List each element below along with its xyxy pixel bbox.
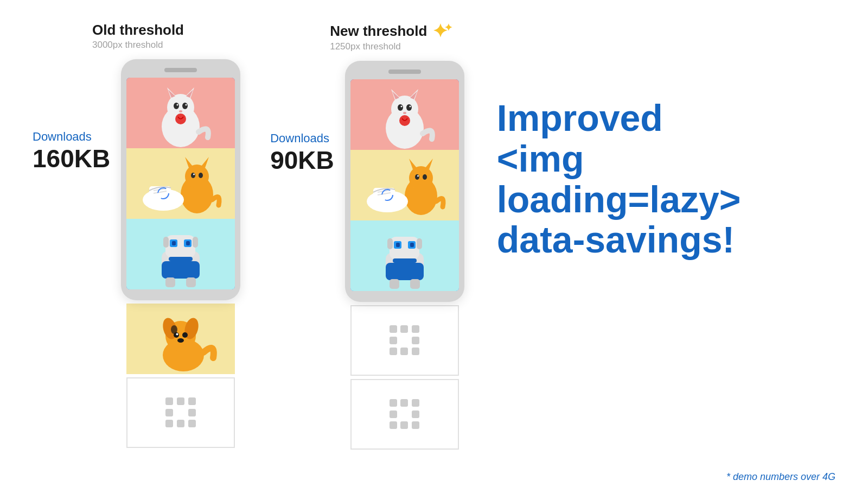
svg-point-7 (182, 103, 188, 109)
yellow-dog-illustration (126, 304, 235, 374)
svg-marker-14 (185, 157, 193, 168)
left-downloads-label: Downloads (33, 130, 92, 144)
right-phone-screen (350, 79, 459, 291)
left-title-text: Old threshold (92, 22, 184, 39)
left-header: Old threshold 3000px threshold (92, 22, 240, 50)
svg-point-62 (423, 174, 427, 180)
svg-rect-33 (162, 261, 200, 279)
headline-line3: data-savings! (497, 219, 735, 260)
svg-point-63 (417, 175, 419, 177)
sparkle-icon: ✦✦ (432, 22, 452, 40)
orange-cat-shoe-illustration (126, 148, 235, 219)
left-phone-column (121, 59, 240, 448)
phone-notch-left (164, 68, 197, 72)
svg-point-13 (185, 165, 209, 188)
svg-marker-4 (168, 90, 175, 98)
right-loading-placeholder-2 (350, 379, 459, 450)
svg-point-41 (182, 332, 188, 338)
svg-point-58 (409, 166, 433, 190)
svg-rect-75 (396, 243, 400, 247)
spinner-right-2 (390, 399, 420, 429)
right-below-images (350, 305, 459, 450)
improved-headline: Improved <img loading=lazy> data-savings… (497, 98, 833, 260)
right-phone-section: New threshold ✦✦ 1250px threshold Downlo… (270, 22, 464, 450)
svg-rect-26 (163, 237, 169, 248)
svg-rect-35 (186, 277, 196, 287)
right-loading-placeholder-1 (350, 305, 459, 376)
left-below-images (126, 304, 235, 448)
svg-rect-31 (186, 241, 190, 245)
orange-cat-shoe-illustration-2 (350, 150, 459, 220)
left-phone-and-downloads: Downloads 160KB (33, 59, 240, 448)
svg-point-52 (406, 104, 412, 111)
svg-point-6 (174, 103, 179, 109)
right-phone-and-downloads: Downloads 90KB (270, 61, 464, 450)
right-downloads-info: Downloads 90KB (270, 131, 334, 173)
svg-rect-34 (165, 277, 175, 287)
svg-point-16 (191, 173, 195, 178)
headline-line2: <img loading=lazy> (497, 138, 741, 220)
left-robot-dog-tile (126, 219, 235, 289)
left-loading-placeholder (126, 377, 235, 448)
left-phone-section: Old threshold 3000px threshold Downloads… (33, 22, 240, 448)
svg-rect-80 (410, 279, 420, 289)
left-cat-tile (126, 78, 235, 148)
svg-rect-72 (417, 238, 422, 249)
left-downloads-info: Downloads 160KB (33, 130, 110, 171)
right-phone-column (345, 61, 464, 450)
right-cat-tile (350, 79, 459, 150)
right-downloads-size: 90KB (270, 148, 334, 173)
svg-point-10 (179, 110, 182, 112)
svg-point-55 (403, 112, 406, 114)
right-threshold-title: New threshold ✦✦ (330, 22, 452, 40)
svg-point-9 (186, 104, 187, 106)
svg-point-53 (400, 106, 402, 108)
svg-marker-5 (186, 90, 193, 98)
svg-rect-79 (390, 279, 399, 289)
robot-dog-illustration (126, 219, 235, 289)
headline-line1: Improved (497, 97, 663, 138)
svg-marker-49 (392, 91, 399, 99)
left-phone-screen (126, 78, 235, 289)
svg-point-8 (177, 104, 178, 106)
right-robot-dog-tile (350, 220, 459, 291)
svg-marker-60 (425, 159, 433, 169)
svg-rect-78 (386, 263, 424, 280)
left-threshold-info: Old threshold 3000px threshold (92, 22, 184, 50)
svg-point-61 (415, 174, 419, 180)
svg-point-43 (177, 338, 184, 343)
page-container: Old threshold 3000px threshold Downloads… (0, 0, 868, 499)
svg-point-42 (176, 333, 178, 336)
svg-marker-50 (410, 91, 417, 99)
svg-rect-32 (169, 257, 193, 261)
cat-illustration (126, 78, 235, 148)
svg-rect-27 (193, 237, 198, 248)
left-shoe-tile (126, 148, 235, 219)
spinner-left (165, 397, 196, 428)
right-title-text: New threshold (330, 23, 427, 40)
svg-marker-59 (409, 159, 417, 169)
right-subtitle-text: 1250px threshold (330, 41, 452, 52)
right-downloads-label: Downloads (270, 131, 329, 146)
demo-note: * demo numbers over 4G (726, 471, 835, 483)
svg-point-18 (193, 174, 195, 175)
right-phone (345, 61, 464, 302)
left-subtitle-text: 3000px threshold (92, 40, 184, 50)
robot-dog-illustration-2 (350, 220, 459, 291)
svg-point-54 (409, 106, 411, 108)
cat-illustration-2 (350, 79, 459, 150)
right-threshold-info: New threshold ✦✦ 1250px threshold (330, 22, 452, 52)
svg-rect-71 (387, 238, 393, 249)
phone-notch-right (388, 70, 421, 74)
svg-rect-30 (172, 241, 176, 245)
left-phone (121, 59, 240, 300)
svg-rect-77 (393, 258, 417, 263)
right-text-area: Improved <img loading=lazy> data-savings… (497, 98, 833, 260)
right-shoe-tile (350, 150, 459, 220)
right-header: New threshold ✦✦ 1250px threshold (330, 22, 464, 52)
svg-rect-76 (410, 243, 414, 247)
spinner-right-1 (390, 325, 420, 356)
svg-marker-15 (201, 157, 209, 168)
svg-point-17 (199, 173, 203, 178)
left-threshold-title: Old threshold (92, 22, 184, 39)
